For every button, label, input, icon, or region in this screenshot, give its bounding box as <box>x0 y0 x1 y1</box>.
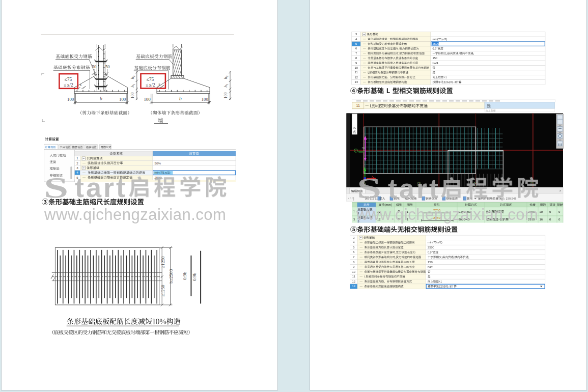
svg-text:2500: 2500 <box>433 42 439 45</box>
svg-text:≤75: ≤75 <box>65 76 72 82</box>
svg-text:11: 11 <box>355 71 358 74</box>
svg-text:3: 3 <box>76 166 78 170</box>
svg-text:b: b <box>179 96 182 101</box>
svg-text:11: 11 <box>356 103 359 108</box>
svg-text:100: 100 <box>223 92 228 99</box>
svg-text:ha/4: ha/4 <box>433 62 439 65</box>
svg-text:s: s <box>67 82 69 88</box>
svg-text:www.qichengzaixian.com: www.qichengzaixian.com <box>356 206 538 223</box>
svg-text:≤75: ≤75 <box>147 76 154 82</box>
svg-text:‹ › ›|: ‹ › ›| <box>348 197 354 201</box>
svg-text:30: 30 <box>540 210 543 213</box>
svg-text:100: 100 <box>130 92 135 99</box>
svg-text:S: S <box>44 171 68 204</box>
svg-text:1: 1 <box>76 156 78 160</box>
svg-text:1: 1 <box>353 210 355 213</box>
svg-text:11: 11 <box>352 275 355 278</box>
svg-text:tart: tart <box>388 173 440 204</box>
svg-text:5: 5 <box>474 183 476 186</box>
svg-text:13: 13 <box>354 80 358 83</box>
svg-text:≤: ≤ <box>64 82 66 88</box>
svg-text:0.9b: 0.9b <box>182 271 187 279</box>
svg-text:min(75,s/2): min(75,s/2) <box>428 241 442 244</box>
svg-text:min(75,s/2): min(75,s/2) <box>155 171 171 174</box>
svg-text:tart: tart <box>75 172 127 203</box>
svg-text:b: b <box>100 96 102 101</box>
svg-text:2500: 2500 <box>428 246 434 249</box>
svg-text:100: 100 <box>67 97 74 102</box>
svg-text:s: s <box>149 82 151 88</box>
svg-text:≥1250: ≥1250 <box>160 256 165 268</box>
svg-text:7: 7 <box>355 52 357 55</box>
svg-text:100: 100 <box>144 97 151 102</box>
svg-text:0.9b: 0.9b <box>192 272 197 281</box>
svg-text:Y: Y <box>363 166 365 170</box>
svg-text:100: 100 <box>119 97 126 102</box>
svg-text:10: 10 <box>352 270 356 273</box>
svg-text:100: 100 <box>202 97 209 102</box>
svg-text:2: 2 <box>76 161 78 165</box>
svg-text:×: × <box>559 189 562 192</box>
svg-text:ha/4: ha/4 <box>428 265 434 268</box>
svg-text:≤: ≤ <box>146 82 148 88</box>
svg-text:≥1250: ≥1250 <box>160 285 165 297</box>
svg-text:50%: 50% <box>155 161 161 165</box>
svg-text:9: 9 <box>355 62 357 65</box>
svg-text:min(75,s/2): min(75,s/2) <box>433 38 447 41</box>
svg-text:/2: /2 <box>151 82 155 88</box>
svg-text:F: F <box>355 149 357 152</box>
svg-text:750: 750 <box>362 147 366 149</box>
svg-text:3: 3 <box>353 218 355 221</box>
svg-text:12: 12 <box>352 280 356 283</box>
svg-text:150: 150 <box>433 57 438 60</box>
svg-text:50: 50 <box>92 64 97 69</box>
svg-text:12: 12 <box>354 76 358 79</box>
svg-text:S: S <box>357 172 381 204</box>
svg-text:16: 16 <box>540 218 543 221</box>
svg-text:b≥2500: b≥2500 <box>169 269 174 283</box>
svg-text:7: 7 <box>353 256 354 259</box>
svg-text:/2: /2 <box>69 82 73 88</box>
svg-text:www.qichengzaixian.com: www.qichengzaixian.com <box>44 206 226 223</box>
svg-text:150: 150 <box>428 261 433 264</box>
svg-text:13: 13 <box>352 285 356 288</box>
svg-text:10: 10 <box>354 66 358 69</box>
svg-text:9: 9 <box>353 265 354 268</box>
svg-text:50: 50 <box>105 64 110 69</box>
